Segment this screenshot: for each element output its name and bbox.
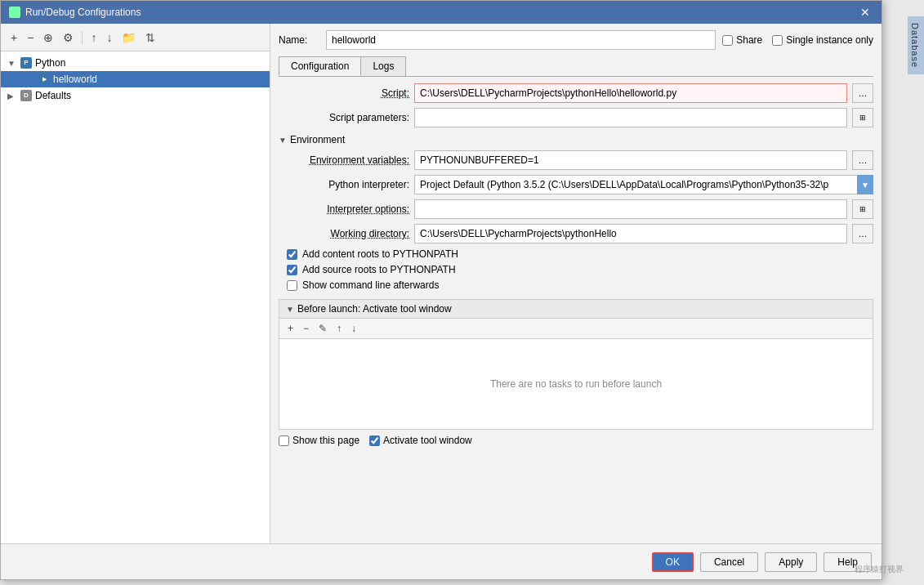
working-dir-input[interactable] (414, 224, 847, 243)
source-roots-label: Add source roots to PYTHONPATH (302, 264, 456, 275)
share-checkbox-label[interactable]: Share (722, 34, 762, 46)
tab-configuration[interactable]: Configuration (279, 56, 361, 76)
show-page-label[interactable]: Show this page (279, 435, 359, 446)
before-launch-label: Before launch: Activate tool window (297, 303, 452, 315)
single-instance-checkbox[interactable] (772, 35, 783, 46)
tab-logs[interactable]: Logs (360, 56, 406, 76)
script-params-row: Script parameters: ⊞ (279, 108, 873, 127)
python-label: Python (35, 57, 65, 69)
source-roots-checkbox[interactable] (287, 265, 297, 275)
activate-tool-checkbox[interactable] (369, 435, 380, 446)
dialog-title: Run/Debug Configurations (25, 7, 141, 18)
move-up-button[interactable]: ↑ (87, 29, 100, 46)
before-launch-remove-button[interactable]: − (300, 321, 312, 336)
copy-config-button[interactable]: ⊕ (40, 29, 56, 46)
config-tabs: Configuration Logs (279, 56, 873, 77)
move-down-button[interactable]: ↓ (103, 29, 115, 46)
before-launch-down-button[interactable]: ↓ (348, 321, 359, 336)
folder-button[interactable]: 📁 (118, 29, 139, 46)
defaults-expand-icon: ▶ (7, 92, 17, 100)
remove-config-button[interactable]: − (24, 29, 37, 46)
dialog-footer: OK Cancel Apply Help (1, 543, 882, 579)
content-roots-checkbox[interactable] (287, 249, 297, 260)
script-params-label: Script parameters: (279, 112, 409, 123)
watermark-text: 程序猿打视界 (855, 565, 904, 574)
script-params-browse-button[interactable]: ⊞ (852, 108, 873, 127)
environment-section-header: ▼ Environment (279, 134, 873, 145)
environment-label: Environment (290, 134, 345, 145)
title-bar-left: Run/Debug Configurations (9, 7, 141, 18)
add-config-button[interactable]: + (7, 29, 20, 46)
toolbar-separator (82, 31, 83, 44)
tree-item-python[interactable]: ▼ P Python (1, 55, 270, 71)
env-vars-label: Environment variables: (279, 154, 409, 166)
python-interp-input[interactable] (414, 175, 857, 194)
working-dir-row: Working directory: … (279, 224, 873, 243)
config-tree: ▼ P Python ▶ helloworld ▶ D Defaults (1, 51, 270, 107)
env-vars-input[interactable] (414, 150, 847, 170)
tree-item-helloworld[interactable]: ▶ helloworld (1, 71, 270, 87)
sort-button[interactable]: ⇅ (142, 29, 158, 46)
environment-arrow-icon: ▼ (279, 136, 287, 145)
interp-options-browse-button[interactable]: ⊞ (852, 199, 873, 219)
script-browse-button[interactable]: … (852, 83, 873, 103)
before-launch-content: There are no tasks to run before launch (279, 339, 873, 429)
apply-button[interactable]: Apply (765, 552, 817, 572)
content-roots-label: Add content roots to PYTHONPATH (302, 248, 458, 260)
activate-tool-text: Activate tool window (383, 435, 472, 446)
helloworld-icon: ▶ (38, 74, 50, 85)
single-instance-label[interactable]: Single instance only (772, 34, 873, 46)
tree-item-defaults[interactable]: ▶ D Defaults (1, 87, 270, 104)
command-line-row: Show command line afterwards (287, 279, 873, 291)
share-row: Share Single instance only (722, 34, 873, 46)
command-line-label: Show command line afterwards (302, 279, 439, 291)
show-page-checkbox[interactable] (279, 435, 289, 446)
interp-options-row: Interpreter options: ⊞ (279, 199, 873, 219)
source-roots-row: Add source roots to PYTHONPATH (287, 264, 873, 275)
helloworld-label: helloworld (53, 74, 97, 85)
python-expand-icon: ▼ (7, 59, 17, 68)
ok-button[interactable]: OK (652, 552, 694, 572)
python-interp-label: Python interpreter: (279, 179, 409, 190)
script-params-input[interactable] (414, 108, 847, 127)
command-line-checkbox[interactable] (287, 280, 297, 291)
before-launch-up-button[interactable]: ↑ (333, 321, 345, 336)
script-input[interactable] (414, 83, 847, 103)
env-vars-row: Environment variables: … (279, 150, 873, 170)
single-instance-text: Single instance only (786, 34, 873, 46)
interp-options-label: Interpreter options: (279, 203, 409, 215)
defaults-label: Defaults (35, 90, 71, 101)
working-dir-browse-button[interactable]: … (852, 224, 873, 243)
share-checkbox[interactable] (722, 35, 733, 46)
name-label: Name: (279, 34, 319, 46)
before-launch-header: ▼ Before launch: Activate tool window (279, 300, 873, 319)
python-icon: P (20, 57, 32, 69)
dialog-body: + − ⊕ ⚙ ↑ ↓ 📁 ⇅ ▼ P Python (1, 24, 882, 543)
script-label: Script: (279, 87, 409, 99)
python-interp-combo: ▼ (414, 175, 873, 194)
working-dir-label: Working directory: (279, 228, 409, 239)
before-launch-section: ▼ Before launch: Activate tool window + … (279, 299, 873, 430)
activate-tool-label[interactable]: Activate tool window (369, 435, 472, 446)
database-side-tab[interactable]: Database (908, 16, 924, 74)
share-label: Share (736, 34, 762, 46)
settings-config-button[interactable]: ⚙ (60, 29, 77, 46)
python-interp-dropdown-button[interactable]: ▼ (857, 175, 873, 194)
before-launch-edit-button[interactable]: ✎ (315, 321, 330, 336)
show-page-text: Show this page (292, 435, 359, 446)
before-launch-empty-text: There are no tasks to run before launch (490, 378, 662, 390)
before-launch-add-button[interactable]: + (284, 321, 297, 336)
interp-options-input[interactable] (414, 199, 847, 219)
python-interp-row: Python interpreter: ▼ (279, 175, 873, 194)
before-launch-toolbar: + − ✎ ↑ ↓ (279, 319, 873, 339)
left-toolbar: + − ⊕ ⚙ ↑ ↓ 📁 ⇅ (1, 24, 270, 51)
cancel-button[interactable]: Cancel (700, 552, 758, 572)
defaults-icon: D (20, 90, 32, 101)
env-vars-browse-button[interactable]: … (852, 150, 873, 170)
close-button[interactable]: ✕ (857, 6, 873, 19)
script-row: Script: … (279, 83, 873, 103)
before-launch-arrow-icon: ▼ (286, 305, 294, 314)
bottom-options: Show this page Activate tool window (279, 435, 873, 446)
name-input[interactable] (326, 30, 716, 50)
right-panel: Name: Share Single instance only Configu… (270, 24, 882, 543)
